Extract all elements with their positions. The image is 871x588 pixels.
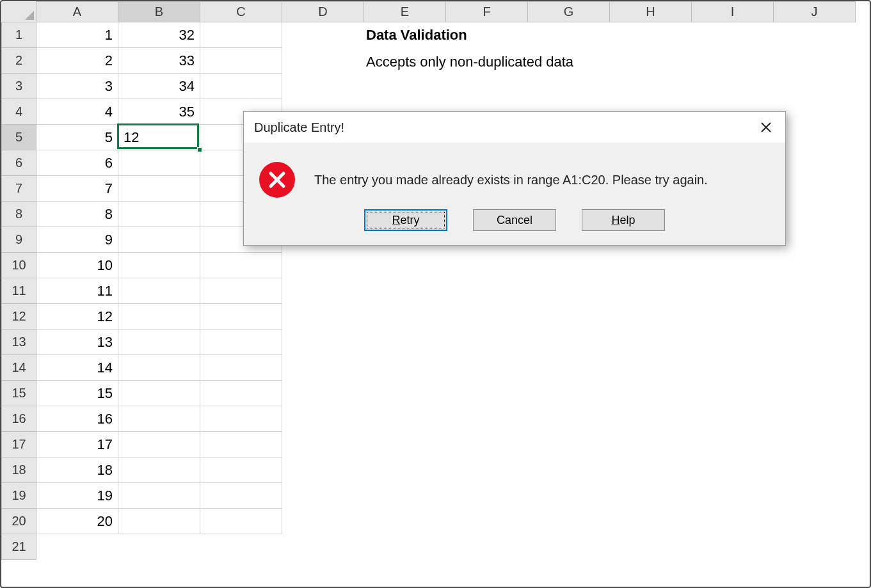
cell-C12[interactable]	[200, 304, 282, 330]
cell-G16[interactable]	[528, 406, 610, 432]
cell-A5[interactable]: 5	[36, 125, 118, 150]
cell-H19[interactable]	[610, 483, 692, 509]
cell-E10[interactable]	[364, 253, 446, 278]
cell-E19[interactable]	[364, 483, 446, 509]
cell-B13[interactable]	[118, 330, 200, 355]
row-header-16[interactable]: 16	[2, 406, 36, 432]
cell-B11[interactable]	[118, 278, 200, 304]
cell-G15[interactable]	[528, 381, 610, 406]
row-header-17[interactable]: 17	[2, 432, 36, 457]
cell-B2[interactable]: 33	[118, 48, 200, 74]
cell-B7[interactable]	[118, 176, 200, 202]
cell-J18[interactable]	[774, 457, 856, 483]
cell-B15[interactable]	[118, 381, 200, 406]
dialog-titlebar[interactable]: Duplicate Entry!	[244, 112, 785, 143]
row-header-15[interactable]: 15	[2, 381, 36, 406]
cell-E21[interactable]	[364, 534, 446, 560]
cell-H2[interactable]	[610, 48, 692, 74]
cell-E3[interactable]	[364, 74, 446, 99]
help-button[interactable]: Help	[582, 209, 665, 231]
cell-I17[interactable]	[692, 432, 774, 457]
cell-I19[interactable]	[692, 483, 774, 509]
cell-G13[interactable]	[528, 330, 610, 355]
cell-A15[interactable]: 15	[36, 381, 118, 406]
row-header-7[interactable]: 7	[2, 176, 36, 202]
cell-B10[interactable]	[118, 253, 200, 278]
row-header-6[interactable]: 6	[2, 150, 36, 176]
cell-A20[interactable]: 20	[36, 509, 118, 534]
cell-D17[interactable]	[282, 432, 364, 457]
cell-G12[interactable]	[528, 304, 610, 330]
cell-F16[interactable]	[446, 406, 528, 432]
cell-I16[interactable]	[692, 406, 774, 432]
cell-B12[interactable]	[118, 304, 200, 330]
cell-F19[interactable]	[446, 483, 528, 509]
cell-F12[interactable]	[446, 304, 528, 330]
row-header-3[interactable]: 3	[2, 74, 36, 99]
cell-D18[interactable]	[282, 457, 364, 483]
cell-I15[interactable]	[692, 381, 774, 406]
col-header-G[interactable]: G	[528, 2, 610, 22]
row-header-2[interactable]: 2	[2, 48, 36, 74]
row-header-5[interactable]: 5	[2, 125, 36, 150]
cell-G21[interactable]	[528, 534, 610, 560]
cell-E16[interactable]	[364, 406, 446, 432]
cell-B14[interactable]	[118, 355, 200, 381]
cell-D11[interactable]	[282, 278, 364, 304]
cell-C3[interactable]	[200, 74, 282, 99]
col-header-C[interactable]: C	[200, 2, 282, 22]
cell-J10[interactable]	[774, 253, 856, 278]
cell-I18[interactable]	[692, 457, 774, 483]
cell-H21[interactable]	[610, 534, 692, 560]
cell-A21[interactable]	[36, 534, 118, 560]
close-icon[interactable]	[757, 118, 775, 136]
cell-F18[interactable]	[446, 457, 528, 483]
cell-B1[interactable]: 32	[118, 22, 200, 48]
cell-E18[interactable]	[364, 457, 446, 483]
cell-H17[interactable]	[610, 432, 692, 457]
row-header-20[interactable]: 20	[2, 509, 36, 534]
cell-E14[interactable]	[364, 355, 446, 381]
cell-G14[interactable]	[528, 355, 610, 381]
cell-B20[interactable]	[118, 509, 200, 534]
cell-A17[interactable]: 17	[36, 432, 118, 457]
cell-A13[interactable]: 13	[36, 330, 118, 355]
cell-F21[interactable]	[446, 534, 528, 560]
cell-H3[interactable]	[610, 74, 692, 99]
cancel-button[interactable]: Cancel	[473, 209, 556, 231]
cell-D12[interactable]	[282, 304, 364, 330]
cell-A12[interactable]: 12	[36, 304, 118, 330]
row-header-19[interactable]: 19	[2, 483, 36, 509]
cell-A11[interactable]: 11	[36, 278, 118, 304]
cell-C21[interactable]	[200, 534, 282, 560]
cell-H13[interactable]	[610, 330, 692, 355]
cell-D1[interactable]	[282, 22, 364, 48]
cell-G10[interactable]	[528, 253, 610, 278]
cell-E15[interactable]	[364, 381, 446, 406]
cell-G1[interactable]	[528, 22, 610, 48]
cell-B18[interactable]	[118, 457, 200, 483]
cell-B19[interactable]	[118, 483, 200, 509]
col-header-F[interactable]: F	[446, 2, 528, 22]
cell-I12[interactable]	[692, 304, 774, 330]
col-header-E[interactable]: E	[364, 2, 446, 22]
cell-B9[interactable]	[118, 227, 200, 253]
row-header-21[interactable]: 21	[2, 534, 36, 560]
cell-J16[interactable]	[774, 406, 856, 432]
cell-F14[interactable]	[446, 355, 528, 381]
col-header-J[interactable]: J	[774, 2, 856, 22]
row-header-1[interactable]: 1	[2, 22, 36, 48]
cell-C1[interactable]	[200, 22, 282, 48]
cell-D14[interactable]	[282, 355, 364, 381]
cell-H18[interactable]	[610, 457, 692, 483]
cell-C2[interactable]	[200, 48, 282, 74]
cell-A16[interactable]: 16	[36, 406, 118, 432]
cell-F17[interactable]	[446, 432, 528, 457]
cell-A1[interactable]: 1	[36, 22, 118, 48]
col-header-H[interactable]: H	[610, 2, 692, 22]
cell-H20[interactable]	[610, 509, 692, 534]
row-header-12[interactable]: 12	[2, 304, 36, 330]
cell-B3[interactable]: 34	[118, 74, 200, 99]
cell-D3[interactable]	[282, 74, 364, 99]
cell-J14[interactable]	[774, 355, 856, 381]
